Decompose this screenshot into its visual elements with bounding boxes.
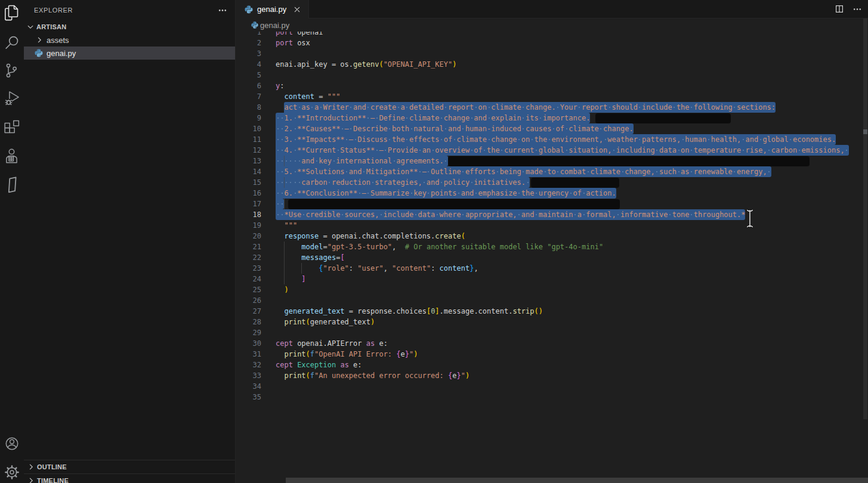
- redaction-box: [595, 113, 731, 123]
- line-number: 16: [236, 188, 261, 199]
- sidebar-bottom-sections: OUTLINE TIMELINE: [24, 460, 235, 483]
- code-line-14: 5. **Solutions and Mitigation** — Outlin…: [276, 166, 771, 177]
- code-line-22: messages=[: [276, 252, 345, 263]
- chevron-right-icon: [26, 476, 36, 483]
- workspace-row-artisan[interactable]: ARTISAN: [24, 20, 235, 33]
- sidebar-title: EXPLORER: [34, 7, 73, 14]
- more-actions-icon[interactable]: [852, 4, 862, 14]
- overview-ruler-mark: [863, 129, 867, 134]
- line-number: 10: [236, 123, 261, 134]
- line-number: 8: [236, 102, 261, 113]
- tree-item-genai-py[interactable]: genai.py: [24, 47, 235, 60]
- explorer-more-actions-icon[interactable]: [218, 5, 227, 15]
- activity-item-slab-extension[interactable]: [0, 171, 24, 199]
- code-line-28: print(generated_text): [276, 317, 375, 327]
- chevron-down-icon: [26, 22, 35, 32]
- activity-item-settings[interactable]: [0, 458, 24, 483]
- breadcrumb-item: genai.py: [260, 21, 289, 30]
- code-editor[interactable]: port openaiport osxenai.api_key = os.get…: [236, 32, 868, 483]
- file-tree: assets genai.py: [24, 33, 235, 60]
- line-number: 1: [236, 32, 261, 38]
- line-number: 2: [236, 38, 261, 48]
- extensions-icon: [4, 119, 20, 136]
- tab-genai-py[interactable]: genai.py: [236, 0, 309, 18]
- code-line-7: content = """: [276, 91, 340, 102]
- line-number: 9: [236, 113, 261, 123]
- line-number: 27: [236, 306, 261, 317]
- code-line-23: {"role": "user", "content": content},: [276, 263, 478, 274]
- indent-guide: [284, 199, 285, 209]
- code-line-17: [276, 199, 284, 209]
- line-number: 25: [236, 284, 261, 295]
- editor-actions: [835, 0, 862, 18]
- activity-bar: [0, 0, 24, 483]
- worker-icon: [4, 148, 20, 165]
- explorer-sidebar: EXPLORER ARTISAN assets genai.py OUTLINE…: [24, 0, 235, 483]
- tree-item-assets[interactable]: assets: [24, 33, 235, 47]
- line-number: 22: [236, 252, 261, 263]
- code-line-2: port osx: [276, 38, 310, 48]
- code-line-27: generated_text = response.choices[0].mes…: [276, 306, 543, 317]
- activity-item-explorer[interactable]: [0, 0, 24, 27]
- outline-section-header[interactable]: OUTLINE: [24, 460, 235, 473]
- chevron-right-icon: [35, 35, 44, 45]
- code-line-10: 2. **Causes** — Describe both natural an…: [276, 123, 634, 134]
- line-number: 15: [236, 177, 261, 188]
- activity-item-source-control[interactable]: [0, 56, 24, 85]
- account-icon: [4, 435, 20, 452]
- line-number: 35: [236, 392, 261, 402]
- search-icon: [4, 33, 20, 50]
- redaction-box: [288, 199, 620, 209]
- timeline-section-header[interactable]: TIMELINE: [24, 473, 235, 483]
- horizontal-scrollbar-thumb[interactable]: [286, 478, 868, 483]
- line-number: 14: [236, 166, 261, 177]
- activity-item-search[interactable]: [0, 27, 24, 56]
- activity-item-accounts[interactable]: [0, 429, 24, 458]
- line-number: 24: [236, 274, 261, 284]
- code-line-31: print(f"OpenAI API Error: {e}"): [276, 349, 418, 360]
- redaction-box: [531, 178, 619, 188]
- close-icon[interactable]: [291, 4, 303, 16]
- code-line-1: port openai: [276, 32, 323, 38]
- code-line-20: response = openai.chat.completions.creat…: [276, 231, 465, 242]
- line-number: 34: [236, 381, 261, 392]
- line-number: 7: [236, 91, 261, 102]
- code-line-13: and key international agreements.: [276, 156, 448, 166]
- code-line-33: print(f"An unexpected error occurred: {e…: [276, 370, 469, 381]
- code-line-19: """: [276, 220, 297, 231]
- line-number: 19: [236, 220, 261, 231]
- line-number: 18: [236, 209, 261, 220]
- line-number: 31: [236, 349, 261, 360]
- tab-label: genai.py: [257, 5, 286, 14]
- activity-item-extensions[interactable]: [0, 113, 24, 142]
- line-number: 29: [236, 327, 261, 338]
- slab-icon: [4, 177, 20, 193]
- line-number: 5: [236, 70, 261, 80]
- line-number: 26: [236, 295, 261, 306]
- code-line-6: y:: [276, 80, 284, 91]
- code-line-15: carbon reduction strategies, and policy …: [276, 177, 530, 188]
- code-line-9: 1. **Introduction** — Define climate cha…: [276, 113, 590, 123]
- activity-item-worker-extension[interactable]: [0, 142, 24, 171]
- line-number: 11: [236, 134, 261, 145]
- vertical-scrollbar-thumb[interactable]: [863, 18, 867, 419]
- code-line-4: enai.api_key = os.getenv("OPENAI_API_KEY…: [276, 59, 456, 70]
- line-number: 28: [236, 317, 261, 327]
- python-icon: [251, 21, 259, 29]
- breadcrumb[interactable]: genai.py: [236, 18, 868, 32]
- activity-item-run-and-debug[interactable]: [0, 85, 24, 113]
- line-number: 33: [236, 370, 261, 381]
- code-line-18: *Use credible sources, include data wher…: [276, 209, 745, 220]
- vertical-scrollbar[interactable]: [862, 18, 868, 483]
- tree-item-label: assets: [47, 36, 69, 45]
- code-line-32: cept Exception as e:: [276, 360, 362, 370]
- code-line-30: cept openai.APIError as e:: [276, 338, 388, 349]
- line-number: 21: [236, 242, 261, 252]
- workspace-name: ARTISAN: [36, 23, 66, 30]
- source-control-icon: [4, 62, 20, 79]
- split-editor-icon[interactable]: [835, 4, 844, 14]
- editor-group: genai.py genai.py port openaiport osxena…: [235, 0, 868, 483]
- line-number: 12: [236, 145, 261, 156]
- sidebar-header: EXPLORER: [24, 0, 235, 20]
- line-number: 30: [236, 338, 261, 349]
